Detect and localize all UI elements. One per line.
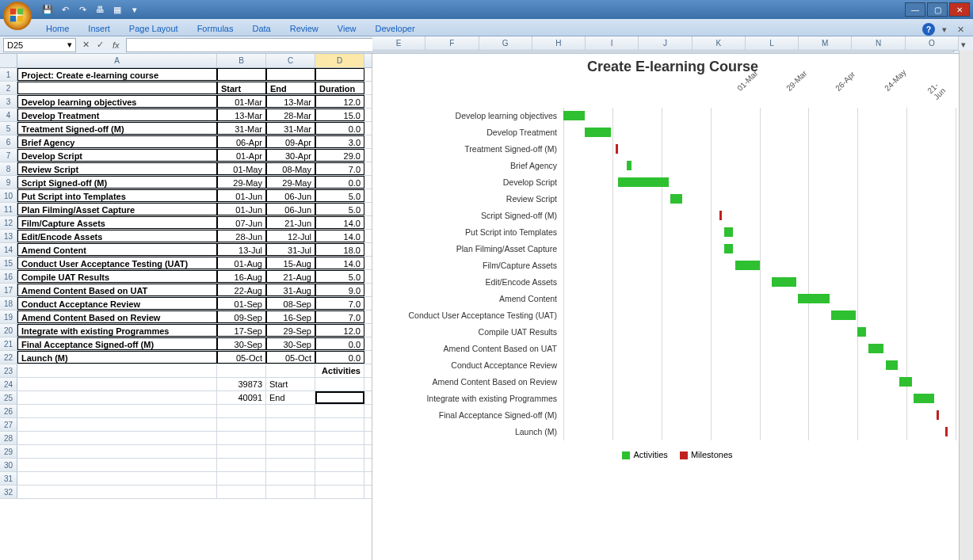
- tab-home[interactable]: Home: [36, 21, 78, 36]
- row-header[interactable]: 28: [0, 432, 17, 444]
- table-row[interactable]: 23Activities: [0, 364, 372, 378]
- col-header-f[interactable]: F: [425, 36, 479, 50]
- table-row[interactable]: 15Conduct User Acceptance Testing (UAT)0…: [0, 257, 372, 270]
- maximize-button[interactable]: ▢: [927, 2, 948, 17]
- cell[interactable]: 28-Mar: [266, 109, 315, 121]
- cell[interactable]: Brief Agency: [17, 135, 217, 148]
- qat-dropdown-icon[interactable]: ▾: [128, 3, 141, 16]
- cell[interactable]: 7.0: [315, 297, 364, 310]
- table-row[interactable]: 32: [0, 486, 372, 499]
- cell[interactable]: [315, 418, 364, 431]
- row-header[interactable]: 7: [0, 149, 17, 162]
- vertical-scrollbar[interactable]: [959, 51, 973, 560]
- cell[interactable]: 01-Aug: [217, 257, 266, 269]
- col-header-k[interactable]: K: [693, 36, 746, 50]
- cell[interactable]: 14.0: [315, 216, 364, 229]
- cell[interactable]: 13-Mar: [217, 109, 266, 121]
- row-header[interactable]: 3: [0, 95, 17, 108]
- cell[interactable]: [266, 486, 315, 498]
- tab-developer[interactable]: Developer: [365, 21, 424, 36]
- cell[interactable]: 22-Aug: [217, 284, 266, 296]
- cell[interactable]: 01-Sep: [217, 297, 266, 310]
- cell[interactable]: Develop Treatment: [17, 109, 217, 121]
- cell[interactable]: 30-Apr: [266, 149, 315, 162]
- col-header-o[interactable]: O: [906, 36, 959, 50]
- spreadsheet-grid[interactable]: A B C D 1Project: Create e-learning cour…: [0, 54, 372, 560]
- cell[interactable]: Conduct User Acceptance Testing (UAT): [17, 257, 217, 269]
- cell[interactable]: Treatment Signed-off (M): [17, 122, 217, 135]
- cell[interactable]: Review Script: [17, 162, 217, 175]
- cell[interactable]: 7.0: [315, 162, 364, 175]
- cell[interactable]: 29-May: [266, 176, 315, 189]
- cell[interactable]: 5.0: [315, 189, 364, 202]
- fx-icon[interactable]: fx: [109, 40, 123, 50]
- cell[interactable]: Amend Content: [17, 243, 217, 256]
- row-header[interactable]: 19: [0, 310, 17, 323]
- cell[interactable]: 5.0: [315, 270, 364, 283]
- cell[interactable]: [17, 459, 217, 471]
- row-header[interactable]: 14: [0, 243, 17, 256]
- cell[interactable]: 30-Sep: [217, 337, 266, 350]
- cell[interactable]: [217, 472, 266, 485]
- table-row[interactable]: 9Script Signed-off (M)29-May29-May0.0: [0, 176, 372, 189]
- table-row[interactable]: 22Launch (M)05-Oct05-Oct0.0: [0, 351, 372, 364]
- tab-insert[interactable]: Insert: [78, 21, 120, 36]
- cell[interactable]: 14.0: [315, 230, 364, 242]
- cell[interactable]: [17, 405, 217, 417]
- cell[interactable]: [315, 432, 364, 444]
- cell[interactable]: Start: [217, 82, 266, 94]
- close-button[interactable]: ✕: [949, 2, 970, 17]
- tab-review[interactable]: Review: [280, 21, 328, 36]
- cell[interactable]: End: [266, 82, 315, 94]
- col-header-b[interactable]: B: [217, 54, 266, 67]
- cell[interactable]: 16-Sep: [266, 310, 315, 323]
- gantt-chart[interactable]: 01-Mar29-Mar26-Apr24-May21-Jun19-Jul16-A…: [372, 54, 973, 560]
- table-row[interactable]: 1Project: Create e-learning course: [0, 68, 372, 82]
- tab-view[interactable]: View: [328, 21, 366, 36]
- table-row[interactable]: 2439873Start: [0, 378, 372, 391]
- cell[interactable]: 29.0: [315, 149, 364, 162]
- cell[interactable]: [266, 364, 315, 377]
- name-box[interactable]: D25 ▾: [3, 38, 76, 52]
- cell[interactable]: [17, 432, 217, 444]
- cell[interactable]: [17, 364, 217, 377]
- cell[interactable]: [315, 486, 364, 498]
- cell[interactable]: 31-Mar: [266, 122, 315, 135]
- cell[interactable]: 17-Sep: [217, 324, 266, 337]
- save-icon[interactable]: 💾: [41, 3, 54, 16]
- cell[interactable]: 12-Jul: [266, 230, 315, 242]
- col-header-g[interactable]: G: [479, 36, 532, 50]
- cell[interactable]: Activities: [315, 364, 364, 377]
- cell[interactable]: [17, 82, 217, 94]
- cell[interactable]: [17, 486, 217, 498]
- cell[interactable]: [315, 391, 364, 404]
- table-row[interactable]: 10Put Script into Templates01-Jun06-Jun5…: [0, 189, 372, 203]
- cell[interactable]: 08-May: [266, 162, 315, 175]
- row-header[interactable]: 13: [0, 230, 17, 242]
- cell[interactable]: 0.0: [315, 337, 364, 350]
- cell[interactable]: 15.0: [315, 109, 364, 121]
- cell[interactable]: Script Signed-off (M): [17, 176, 217, 189]
- help-icon[interactable]: ?: [922, 23, 935, 36]
- cell[interactable]: 01-Mar: [217, 95, 266, 108]
- cell[interactable]: 3.0: [315, 135, 364, 148]
- col-header-i[interactable]: I: [586, 36, 639, 50]
- col-header-j[interactable]: J: [639, 36, 692, 50]
- cell[interactable]: [266, 418, 315, 431]
- cell[interactable]: 16-Aug: [217, 270, 266, 283]
- cell[interactable]: Film/Capture Assets: [17, 216, 217, 229]
- expand-formula-icon[interactable]: ▾: [957, 39, 970, 51]
- cell[interactable]: 09-Apr: [266, 135, 315, 148]
- row-header[interactable]: 1: [0, 68, 17, 81]
- table-row[interactable]: 3Develop learning objectives01-Mar13-Mar…: [0, 95, 372, 109]
- cell[interactable]: 12.0: [315, 324, 364, 337]
- ribbon-minimize-icon[interactable]: ▾: [938, 23, 951, 36]
- cell[interactable]: 12.0: [315, 95, 364, 108]
- cell[interactable]: Develop learning objectives: [17, 95, 217, 108]
- cell[interactable]: [217, 418, 266, 431]
- table-row[interactable]: 21Final Acceptance Signed-off (M)30-Sep3…: [0, 337, 372, 351]
- row-header[interactable]: 26: [0, 405, 17, 417]
- cell[interactable]: 14.0: [315, 257, 364, 269]
- row-header[interactable]: 16: [0, 270, 17, 283]
- row-header[interactable]: 22: [0, 351, 17, 364]
